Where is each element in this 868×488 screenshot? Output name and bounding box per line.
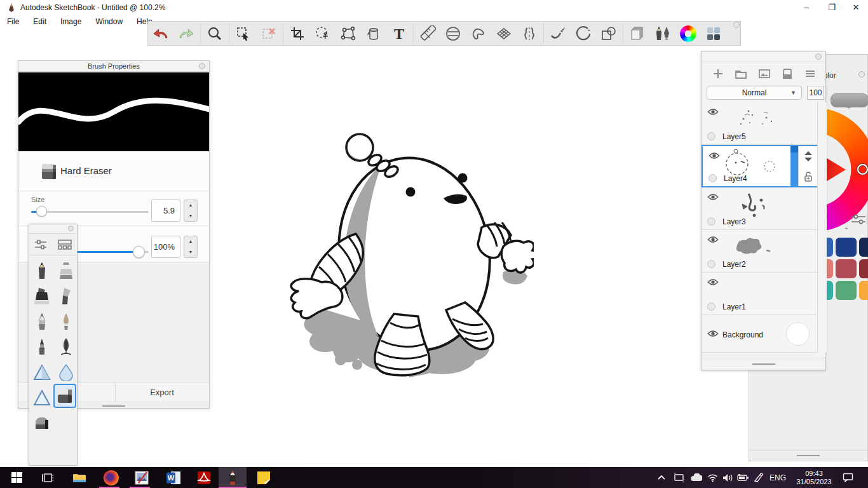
photos-app-button[interactable]	[131, 467, 152, 488]
layer-select-radio[interactable]	[707, 217, 715, 226]
tray-language[interactable]: ENG	[770, 467, 786, 488]
brush-hard-eraser-selected[interactable]	[53, 384, 76, 408]
symmetry-icon[interactable]	[517, 23, 542, 44]
layer-row-layer4-selected[interactable]: Layer4	[702, 145, 817, 187]
opacity-slider-knob[interactable]	[133, 246, 145, 258]
menu-image[interactable]: Image	[53, 15, 88, 28]
transform-icon[interactable]	[310, 23, 336, 44]
robot-sketch[interactable]	[280, 122, 534, 395]
swatch[interactable]	[836, 259, 857, 278]
layers-panel-menu-button[interactable]	[815, 53, 822, 60]
fill-icon[interactable]	[361, 23, 386, 44]
layer-lock-button[interactable]	[798, 166, 817, 186]
select-icon[interactable]	[231, 23, 256, 44]
sketchbook-button-active[interactable]	[219, 467, 247, 488]
text-icon[interactable]: T	[386, 23, 412, 44]
swatch[interactable]	[859, 259, 868, 278]
size-value[interactable]: 5.9	[151, 200, 180, 222]
brush-soft-eraser[interactable]	[31, 412, 53, 437]
menu-window[interactable]: Window	[88, 15, 130, 28]
distort-icon[interactable]	[336, 23, 361, 44]
layer-row-background[interactable]: Background	[702, 315, 817, 353]
layers-menu-icon[interactable]	[804, 67, 817, 80]
brush-marker[interactable]	[31, 284, 53, 308]
layer-row-layer5[interactable]: Layer5	[702, 102, 817, 145]
size-slider-knob[interactable]	[36, 206, 47, 217]
brush-blur-drop[interactable]	[55, 360, 78, 384]
layer-group-icon[interactable]	[735, 67, 747, 80]
clear-layer-icon[interactable]	[781, 67, 794, 80]
restore-button[interactable]: ❐	[821, 1, 843, 14]
task-view-button[interactable]	[37, 467, 58, 488]
brush-settings-tab-icon[interactable]	[34, 239, 47, 250]
layers-panel-header[interactable]	[702, 51, 825, 62]
shapes-icon[interactable]	[596, 23, 621, 44]
perspective-icon[interactable]	[491, 23, 517, 44]
ruler-icon[interactable]	[415, 23, 440, 44]
tray-chevron[interactable]	[657, 467, 666, 488]
tray-onedrive[interactable]	[690, 467, 702, 488]
toolbar-collapse-button[interactable]	[733, 22, 740, 28]
visibility-icon[interactable]	[707, 278, 719, 287]
tray-volume[interactable]	[722, 467, 733, 488]
color-wheel-icon[interactable]	[675, 23, 701, 44]
undo-icon[interactable]	[148, 23, 173, 44]
color-sliders-icon[interactable]	[851, 214, 866, 225]
size-stepper[interactable]: ▲▼	[184, 200, 198, 222]
brush-palette-header[interactable]	[29, 224, 77, 234]
panel-resize-handle[interactable]	[102, 405, 125, 407]
swatch-palette-icon[interactable]	[701, 23, 726, 44]
layer-select-radio[interactable]	[707, 302, 715, 311]
swatch[interactable]	[836, 238, 857, 257]
brush-paintbrush[interactable]	[55, 309, 78, 334]
background-color-swatch[interactable]	[786, 322, 810, 346]
menu-edit[interactable]: Edit	[26, 15, 53, 28]
swatch[interactable]	[859, 238, 868, 257]
visibility-icon[interactable]	[707, 193, 719, 201]
tray-wifi[interactable]	[707, 467, 718, 488]
deselect-icon[interactable]	[256, 23, 281, 44]
minimize-button[interactable]: –	[796, 1, 817, 14]
visibility-icon[interactable]	[707, 235, 719, 244]
hue-selector[interactable]	[857, 164, 868, 175]
brush-ballpoint-pen[interactable]	[31, 309, 53, 334]
opacity-stepper[interactable]: ▲▼	[184, 236, 198, 258]
layer-row-layer2[interactable]: Layer2	[702, 230, 817, 273]
tray-clock[interactable]: 09:43 31/05/2023	[793, 470, 835, 486]
layers-scroll-gutter[interactable]	[817, 102, 827, 353]
layer-select-radio[interactable]	[709, 174, 717, 182]
brush-pencil[interactable]	[31, 259, 53, 283]
brush-sharpen[interactable]	[31, 386, 53, 410]
opacity-value[interactable]: 100%	[151, 236, 180, 258]
layer-row-layer3[interactable]: Layer3	[702, 187, 817, 230]
tray-tablet[interactable]	[674, 467, 684, 488]
export-button[interactable]: Export	[115, 383, 209, 403]
swatch[interactable]	[859, 281, 868, 300]
firefox-button[interactable]	[100, 467, 121, 488]
brush-airbrush[interactable]	[55, 259, 78, 283]
word-button[interactable]: W	[163, 467, 184, 488]
brush-chisel-marker[interactable]	[55, 284, 78, 308]
file-explorer-button[interactable]	[69, 467, 90, 488]
brush-smear[interactable]	[31, 360, 53, 384]
menu-file[interactable]: File	[0, 15, 26, 28]
brush-properties-header[interactable]: Brush Properties	[18, 61, 209, 72]
stroke-icon[interactable]	[545, 23, 571, 44]
brush-properties-menu-button[interactable]	[199, 63, 205, 69]
brush-ink-pen[interactable]	[31, 335, 53, 359]
brush-palette-menu-button[interactable]	[68, 226, 74, 231]
layer-select-radio[interactable]	[707, 260, 715, 268]
sticky-notes-button[interactable]	[253, 467, 274, 488]
crop-icon[interactable]	[285, 23, 310, 44]
brush-grid-tab-icon[interactable]	[58, 239, 72, 250]
panel-resize-handle[interactable]	[752, 363, 775, 365]
visibility-icon[interactable]	[707, 329, 719, 338]
layer-pages-icon[interactable]	[625, 23, 650, 44]
predictive-stroke-icon[interactable]	[571, 23, 596, 44]
start-button[interactable]	[6, 467, 27, 488]
tray-pen[interactable]	[754, 467, 763, 488]
layer-select-radio[interactable]	[707, 132, 715, 140]
ellipse-guide-icon[interactable]	[440, 23, 466, 44]
close-button[interactable]: ✕	[845, 1, 867, 14]
layer-row-layer1[interactable]: Layer1	[702, 273, 817, 315]
